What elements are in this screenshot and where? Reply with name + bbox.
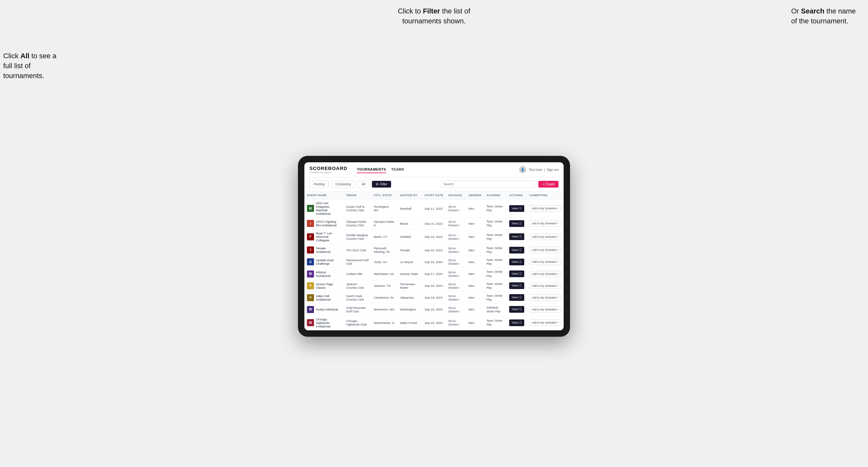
event-name-text-2: Ryan T. Lee Memorial Collegiate [316,231,341,242]
tablet-screen: SCOREBOARD Powered by clipp'd TOURNAMENT… [304,162,564,330]
table-row: M 2023 Joe Feaganes Marshall Invitationa… [304,199,564,218]
col-city-state: CITY, STATE [371,191,398,199]
cell-gender-7: Men [466,291,484,304]
all-tab[interactable]: All [358,181,369,188]
cell-gender-5: Men [466,268,484,280]
cell-hosted-2: Fairfield [398,229,422,244]
nav-tournaments[interactable]: TOURNAMENTS [357,166,386,173]
cell-date-5: Sep 17, 2023 [422,268,446,280]
view-button-4[interactable]: View ⓘ [509,259,524,266]
view-button-5[interactable]: View ⓘ [509,271,524,277]
team-logo-9: W [307,319,314,326]
cell-city-1: Olympia Fields, IL [371,218,398,229]
add-schedule-button-3[interactable]: Add to My Schedule + [529,247,561,253]
cell-date-6: Sep 18, 2023 [422,280,446,291]
header-right: 👤 Test User | Sign out [519,166,558,173]
table-row: I OFCC Fighting Illini Invitational Olym… [304,218,564,229]
logo-sub: Powered by clipp'd [310,171,347,174]
cell-event-name-2: F Ryan T. Lee Memorial Collegiate [304,229,344,244]
nav-teams[interactable]: TEAMS [391,166,404,173]
view-button-6[interactable]: View ⓘ [509,282,524,289]
create-button[interactable]: + Create [538,181,558,188]
event-name-text-6: Grover Page Classic [316,282,341,289]
view-button-3[interactable]: View ⓘ [509,247,524,253]
cell-hosted-0: Marshall [398,199,422,218]
table-row: W Wildcat Invitational Colbert Hills Man… [304,268,564,280]
cell-actions-9: View ⓘ [507,315,527,330]
cell-competing-4: Add to My Schedule + [527,256,564,268]
cell-venue-4: Ravenwood Golf Club [344,256,371,268]
team-logo-1: I [307,220,314,227]
annotation-top-center: Click to Filter the list of tournaments … [383,6,485,26]
add-schedule-button-4[interactable]: Add to My Schedule + [529,259,561,265]
cell-division-8: NCAA Division I [446,304,466,315]
add-schedule-button-7[interactable]: Add to My Schedule + [529,294,561,301]
col-actions: ACTIONS [507,191,527,199]
filter-button[interactable]: ⚙ Filter [372,181,391,188]
cell-competing-8: Add to My Schedule + [527,304,564,315]
col-event-name: EVENT NAME [304,191,344,199]
view-button-2[interactable]: View ⓘ [509,234,524,240]
annotation-left: Click All to see a full list of tourname… [3,51,67,81]
cell-competing-2: Add to My Schedule + [527,229,564,244]
cell-city-9: Westchester, IL [371,315,398,330]
view-button-7[interactable]: View ⓘ [509,294,524,301]
cell-scoring-4: Team, Stroke Play [484,256,507,268]
add-schedule-button-8[interactable]: Add to My Schedule + [529,306,561,313]
cell-gender-0: Men [466,199,484,218]
add-schedule-button-0[interactable]: Add to My Schedule + [529,205,561,212]
add-schedule-button-1[interactable]: Add to My Schedule + [529,220,561,227]
cell-actions-4: View ⓘ [507,256,527,268]
logo-text: SCOREBOARD [310,165,347,171]
cell-actions-6: View ⓘ [507,280,527,291]
cell-venue-0: Guyan Golf & Country Club [344,199,371,218]
table-row: W Chicago Highlands Invitational Chicago… [304,315,564,330]
app-header: SCOREBOARD Powered by clipp'd TOURNAMENT… [304,162,564,177]
cell-actions-7: View ⓘ [507,291,527,304]
add-schedule-button-5[interactable]: Add to My Schedule + [529,271,561,277]
table-row: V Grover Page Classic Jackson Country Cl… [304,280,564,291]
table-header-row: EVENT NAME VENUE CITY, STATE HOSTED BY S… [304,191,564,199]
user-name: Test User [529,168,542,172]
cell-hosted-3: Temple [398,244,422,256]
view-button-1[interactable]: View ⓘ [509,220,524,227]
cell-event-name-7: V Valpo Fall Invitational [304,291,344,304]
event-name-text-4: Upstate Dual Challenge [316,258,341,266]
cell-hosted-9: Wake Forest [398,315,422,330]
cell-venue-5: Colbert Hills [344,268,371,280]
sign-out-link[interactable]: Sign out [547,168,558,172]
cell-city-8: Bremerton, WA [371,304,398,315]
logo-area: SCOREBOARD Powered by clipp'd [310,165,347,174]
cell-city-7: Chesterton, IN [371,291,398,304]
event-name-text-7: Valpo Fall Invitational [316,294,341,301]
cell-city-4: Victor, NY [371,256,398,268]
cell-venue-1: Olympia Fields Country Club [344,218,371,229]
cell-venue-8: Gold Mountain Golf Club [344,304,371,315]
cell-competing-7: Add to My Schedule + [527,291,564,304]
col-competing: COMPETING [527,191,564,199]
search-input[interactable] [440,181,536,188]
cell-division-1: NCAA Division I [446,218,466,229]
table-row: W Husky Individual Gold Mountain Golf Cl… [304,304,564,315]
team-logo-0: M [307,205,314,212]
add-schedule-button-6[interactable]: Add to My Schedule + [529,283,561,289]
cell-division-5: NCAA Division I [446,268,466,280]
cell-competing-9: Add to My Schedule + [527,315,564,330]
cell-date-7: Sep 18, 2023 [422,291,446,304]
add-schedule-button-9[interactable]: Add to My Schedule + [529,319,561,326]
view-button-0[interactable]: View ⓘ [509,205,524,212]
toolbar: Hosting Competing All ⚙ Filter + Create [304,177,564,191]
competing-tab[interactable]: Competing [331,181,355,188]
event-name-text-9: Chicago Highlands Invitational [316,317,341,328]
cell-competing-0: Add to My Schedule + [527,199,564,218]
cell-city-6: Jackson, TN [371,280,398,291]
cell-date-4: Sep 16, 2023 [422,256,446,268]
cell-scoring-6: Team, Stroke Play [484,280,507,291]
add-schedule-button-2[interactable]: Add to My Schedule + [529,234,561,240]
cell-event-name-3: T Temple Invitational [304,244,344,256]
hosting-tab[interactable]: Hosting [310,181,329,188]
col-scoring: SCORING [484,191,507,199]
view-button-8[interactable]: View ⓘ [509,306,524,313]
view-button-9[interactable]: View ⓘ [509,319,524,326]
cell-scoring-8: Individual, Stroke Play [484,304,507,315]
